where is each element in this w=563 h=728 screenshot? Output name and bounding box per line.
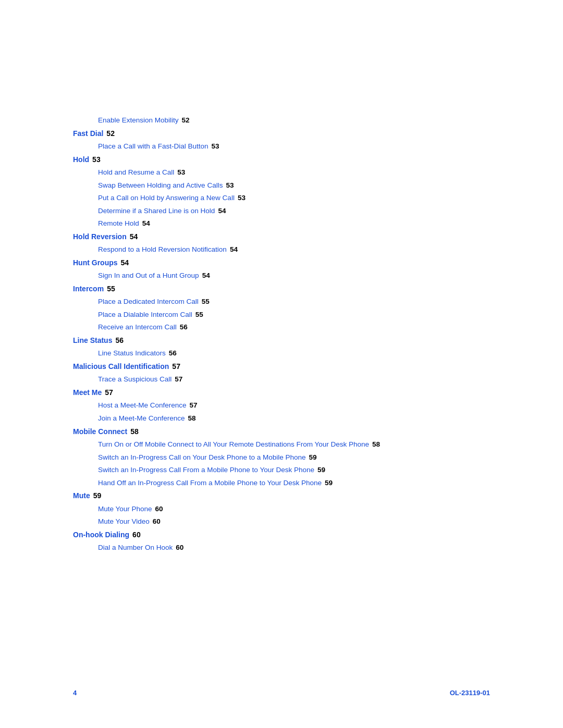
toc-item-text-place-call-fast-dial: Place a Call with a Fast-Dial Button (98, 141, 209, 152)
toc-item-page-hold: 53 (92, 154, 101, 165)
toc-item-switch-inprogress-mobile-to-desk[interactable]: Switch an In-Progress Call From a Mobile… (73, 464, 490, 476)
toc-item-text-enable-extension-mobility: Enable Extension Mobility (98, 115, 179, 126)
toc-item-text-switch-inprogress-desk-to-mobile: Switch an In-Progress Call on Your Desk … (98, 452, 305, 463)
toc-item-text-mute: Mute (73, 490, 90, 501)
toc-item-page-remote-hold: 54 (142, 218, 150, 229)
toc-item-page-mute: 59 (93, 490, 102, 501)
toc-item-page-on-hook-dialing: 60 (132, 529, 141, 540)
toc-item-dial-number-on-hook[interactable]: Dial a Number On Hook60 (73, 542, 490, 553)
toc-item-text-switch-inprogress-mobile-to-desk: Switch an In-Progress Call From a Mobile… (98, 464, 314, 476)
toc-item-hold-resume-call[interactable]: Hold and Resume a Call53 (73, 167, 490, 178)
toc-item-malicious-call-id[interactable]: Malicious Call Identification57 (73, 361, 490, 372)
toc-item-text-join-meetme: Join a Meet-Me Conference (98, 413, 185, 424)
toc-item-hold[interactable]: Hold53 (73, 154, 490, 165)
toc-item-page-hold-reversion: 54 (130, 231, 138, 242)
toc-item-hunt-groups[interactable]: Hunt Groups54 (73, 257, 490, 268)
toc-item-swap-holding-active[interactable]: Swap Between Holding and Active Calls53 (73, 180, 490, 191)
toc-item-page-switch-inprogress-mobile-to-desk: 59 (317, 464, 325, 476)
toc-item-page-host-meetme: 57 (190, 400, 198, 411)
toc-item-page-put-call-on-hold: 53 (238, 192, 246, 204)
toc-item-text-swap-holding-active: Swap Between Holding and Active Calls (98, 180, 223, 191)
toc-item-mute-video[interactable]: Mute Your Video60 (73, 516, 490, 527)
page-footer: 4 OL-23119-01 (0, 689, 563, 697)
toc-item-text-mute-video: Mute Your Video (98, 516, 150, 527)
toc-item-remote-hold[interactable]: Remote Hold54 (73, 218, 490, 229)
toc-item-text-mobile-connect: Mobile Connect (73, 426, 127, 437)
toc-item-host-meetme[interactable]: Host a Meet-Me Conference57 (73, 400, 490, 411)
toc-item-text-put-call-on-hold: Put a Call on Hold by Answering a New Ca… (98, 192, 235, 204)
toc-item-text-remote-hold: Remote Hold (98, 218, 139, 229)
toc-item-page-determine-shared-line: 54 (218, 205, 226, 217)
toc-item-page-place-call-fast-dial: 53 (212, 141, 219, 152)
toc-item-receive-intercom[interactable]: Receive an Intercom Call56 (73, 322, 490, 333)
toc-item-page-respond-hold-reversion: 54 (230, 244, 238, 255)
toc-item-place-call-fast-dial[interactable]: Place a Call with a Fast-Dial Button53 (73, 141, 490, 152)
toc-item-enable-extension-mobility[interactable]: Enable Extension Mobility52 (73, 115, 490, 126)
toc-item-page-hunt-groups: 54 (121, 257, 129, 268)
toc-item-switch-inprogress-desk-to-mobile[interactable]: Switch an In-Progress Call on Your Desk … (73, 452, 490, 463)
toc-item-page-place-dialable-intercom: 55 (195, 309, 203, 320)
toc-item-text-malicious-call-id: Malicious Call Identification (73, 361, 169, 372)
toc-item-place-dedicated-intercom[interactable]: Place a Dedicated Intercom Call55 (73, 296, 490, 307)
toc-item-on-hook-dialing[interactable]: On-hook Dialing60 (73, 529, 490, 540)
toc-item-page-join-meetme: 58 (188, 413, 196, 424)
toc-item-hold-reversion[interactable]: Hold Reversion54 (73, 231, 490, 242)
toc-item-fast-dial[interactable]: Fast Dial52 (73, 128, 490, 139)
toc-item-page-sign-in-hunt-group: 54 (202, 270, 210, 281)
toc-item-place-dialable-intercom[interactable]: Place a Dialable Intercom Call55 (73, 309, 490, 320)
toc-item-page-hold-resume-call: 53 (177, 167, 185, 178)
toc-item-line-status-indicators[interactable]: Line Status Indicators56 (73, 348, 490, 359)
toc-item-text-sign-in-hunt-group: Sign In and Out of a Hunt Group (98, 270, 199, 281)
toc-item-mute-phone[interactable]: Mute Your Phone60 (73, 503, 490, 515)
toc-item-sign-in-hunt-group[interactable]: Sign In and Out of a Hunt Group54 (73, 270, 490, 281)
toc-item-page-line-status: 56 (115, 335, 124, 346)
toc-item-mute[interactable]: Mute59 (73, 490, 490, 501)
toc-item-page-dial-number-on-hook: 60 (176, 542, 183, 553)
toc-item-line-status[interactable]: Line Status56 (73, 335, 490, 346)
toc-item-page-place-dedicated-intercom: 55 (202, 296, 210, 307)
toc-container: Enable Extension Mobility52Fast Dial52Pl… (73, 115, 490, 553)
toc-item-hand-off-mobile-to-desk[interactable]: Hand Off an In-Progress Call From a Mobi… (73, 477, 490, 489)
toc-item-text-dial-number-on-hook: Dial a Number On Hook (98, 542, 173, 553)
toc-item-page-mute-phone: 60 (155, 503, 163, 515)
toc-item-intercom[interactable]: Intercom55 (73, 283, 490, 294)
toc-item-join-meetme[interactable]: Join a Meet-Me Conference58 (73, 413, 490, 424)
toc-item-text-respond-hold-reversion: Respond to a Hold Reversion Notification (98, 244, 227, 255)
toc-item-page-switch-inprogress-desk-to-mobile: 59 (309, 452, 316, 463)
toc-item-page-swap-holding-active: 53 (226, 180, 234, 191)
toc-item-text-hand-off-mobile-to-desk: Hand Off an In-Progress Call From a Mobi… (98, 477, 322, 489)
toc-item-page-hand-off-mobile-to-desk: 59 (325, 477, 333, 489)
toc-item-text-trace-suspicious: Trace a Suspicious Call (98, 374, 172, 385)
toc-item-respond-hold-reversion[interactable]: Respond to a Hold Reversion Notification… (73, 244, 490, 255)
toc-item-mobile-connect[interactable]: Mobile Connect58 (73, 426, 490, 437)
toc-item-page-meet-me: 57 (105, 387, 113, 398)
toc-item-page-enable-extension-mobility: 52 (182, 115, 190, 126)
toc-item-text-place-dedicated-intercom: Place a Dedicated Intercom Call (98, 296, 199, 307)
footer-doc-number: OL-23119-01 (450, 689, 490, 697)
toc-item-page-receive-intercom: 56 (180, 322, 188, 333)
toc-item-determine-shared-line[interactable]: Determine if a Shared Line is on Hold54 (73, 205, 490, 217)
toc-item-turn-on-off-mobile[interactable]: Turn On or Off Mobile Connect to All You… (73, 439, 490, 450)
toc-item-text-intercom: Intercom (73, 283, 104, 294)
toc-item-text-hold-reversion: Hold Reversion (73, 231, 127, 242)
toc-item-page-turn-on-off-mobile: 58 (372, 439, 380, 450)
toc-item-text-line-status-indicators: Line Status Indicators (98, 348, 166, 359)
toc-item-page-fast-dial: 52 (106, 128, 115, 139)
toc-item-page-trace-suspicious: 57 (175, 374, 182, 385)
toc-item-text-fast-dial: Fast Dial (73, 128, 103, 139)
toc-item-text-hold: Hold (73, 154, 89, 165)
toc-item-text-place-dialable-intercom: Place a Dialable Intercom Call (98, 309, 192, 320)
toc-item-text-hold-resume-call: Hold and Resume a Call (98, 167, 174, 178)
toc-item-page-intercom: 55 (107, 283, 115, 294)
toc-item-page-mute-video: 60 (153, 516, 161, 527)
toc-item-page-mobile-connect: 58 (130, 426, 139, 437)
toc-item-text-mute-phone: Mute Your Phone (98, 503, 152, 515)
toc-item-put-call-on-hold[interactable]: Put a Call on Hold by Answering a New Ca… (73, 192, 490, 204)
toc-item-page-malicious-call-id: 57 (172, 361, 180, 372)
toc-item-text-receive-intercom: Receive an Intercom Call (98, 322, 177, 333)
toc-item-trace-suspicious[interactable]: Trace a Suspicious Call57 (73, 374, 490, 385)
toc-item-page-line-status-indicators: 56 (169, 348, 177, 359)
toc-item-text-meet-me: Meet Me (73, 387, 102, 398)
toc-item-meet-me[interactable]: Meet Me57 (73, 387, 490, 398)
page-content: Enable Extension Mobility52Fast Dial52Pl… (0, 0, 563, 597)
